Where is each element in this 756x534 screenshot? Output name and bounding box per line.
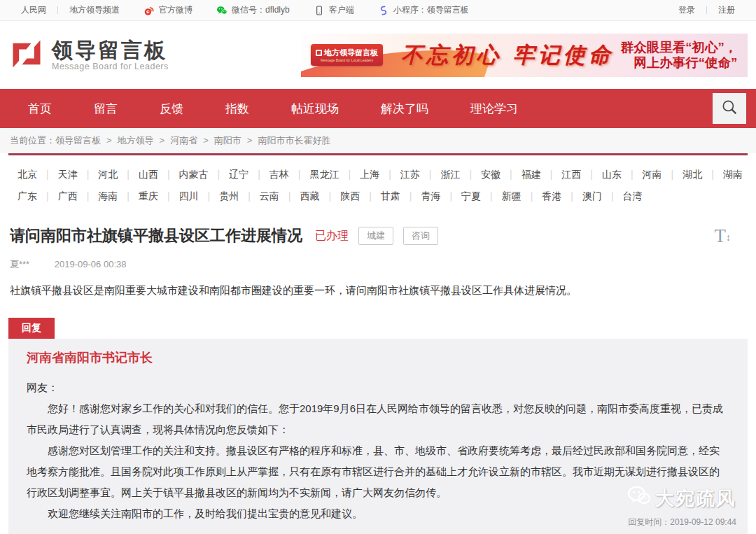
reply-responder: 河南省南阳市书记市长 [27,349,729,366]
watermark: 大宛疏风 回复时间：2019-09-12 09:44 [627,484,736,528]
province-link[interactable]: 安徽 [460,169,500,181]
province-link[interactable]: 贵州 [199,190,239,203]
breadcrumb-list: 领导留言板地方领导河南省南阳市南阳市市长霍好胜 [55,134,330,147]
province-link[interactable]: 西藏 [279,190,320,203]
reply-time: 回复时间：2019-09-12 09:44 [627,517,736,528]
breadcrumb-item[interactable]: 南阳市市长霍好胜 [241,134,331,147]
banner-slogan: 群众眼里看“初心”， 网上办事行“使命” [621,40,738,71]
search-button[interactable] [713,93,746,124]
miniprogram-icon [378,5,389,16]
weibo-link[interactable]: 官方微博 [144,4,192,16]
province-link[interactable]: 新疆 [481,190,522,203]
province-link[interactable]: 江西 [541,169,582,181]
province-links: 北京天津河北山西内蒙古辽宁吉林黑龙江上海江苏浙江安徽福建江西山东河南湖北湖南 广… [0,155,756,210]
province-link[interactable]: 宁夏 [440,190,481,203]
province-link[interactable]: 甘肃 [360,190,400,203]
province-link[interactable]: 北京 [18,169,37,181]
province-link[interactable]: 湖南 [702,169,743,181]
font-size-control[interactable]: T ↕ [715,227,732,244]
post-body: 社旗镇平撤县设区是南阳重要大城市建设和南阳都市圈建设的重要一环，请问南阳市社旗镇… [0,283,756,298]
logo-subtitle: Message Board for Leaders [52,62,169,71]
divider [706,6,707,14]
top-utility-bar: 人民网 地方领导频道 官方微博 微信号：dfldlyb 客户端 小程序：领导留言… [0,0,756,21]
banner-badge: 地方领导留言板 Message Board for Local Leaders [311,44,383,66]
site-logo[interactable]: 领导留言板 Message Board for Leaders [8,36,169,75]
weibo-label: 官方微博 [159,4,192,16]
main-nav: 首页留言反馈指数帖近现场解决了吗理论学习 [0,89,756,128]
nav-list: 首页留言反馈指数帖近现场解决了吗理论学习 [28,101,560,117]
nav-item[interactable]: 留言 [94,101,118,117]
register-link[interactable]: 注册 [718,4,735,16]
login-link[interactable]: 登录 [678,4,695,16]
logo-title: 领导留言板 [52,39,169,62]
client-label: 客户端 [329,4,354,16]
post-tag-list: 城建咨询 [349,227,438,245]
province-link[interactable]: 云南 [239,190,279,203]
breadcrumb-item[interactable]: 领导留言板 [55,134,101,147]
post-tag[interactable]: 咨询 [403,227,438,245]
nav-item[interactable]: 解决了吗 [381,101,428,117]
reply-paragraph: 感谢您对区划管理工作的关注和支持。撤县设区有严格的程序和标准，县、市、地级市、省… [27,440,729,503]
client-app-link[interactable]: 客户端 [314,4,354,16]
province-link[interactable]: 青海 [400,190,441,203]
banner-calligraphy: 不忘初心 牢记使命 [401,41,614,70]
nav-item[interactable]: 首页 [28,101,52,117]
weibo-icon [144,5,155,16]
reply-section: 回复 河南省南阳市书记市长 网友： 您好！感谢您对家乡工作的关心和对我们的信任。… [8,318,748,534]
campaign-banner[interactable]: 地方领导留言板 Message Board for Local Leaders … [301,34,748,77]
province-link[interactable]: 香港 [522,190,562,203]
breadcrumb-item[interactable]: 南阳市 [197,134,241,147]
province-link[interactable]: 湖北 [662,169,703,181]
font-size-arrows-icon: ↕ [726,232,731,244]
province-link[interactable]: 河南 [622,169,662,181]
reply-body: 您好！感谢您对家乡工作的关心和对我们的信任。您于2019年9月6日在人民网给市领… [27,398,729,524]
divider [57,6,58,14]
post-meta: 夏*** 2019-09-06 00:38 [0,258,756,271]
nav-item[interactable]: 理论学习 [470,101,518,117]
post-tag[interactable]: 城建 [358,227,393,245]
province-link[interactable]: 福建 [500,169,541,181]
province-link[interactable]: 山西 [118,169,158,181]
site-header: 领导留言板 Message Board for Leaders 地方领导留言板 … [0,21,756,89]
watermark-text: 大宛疏风 [655,486,736,511]
miniprogram-link[interactable]: 小程序：领导留言板 [378,4,469,16]
banner-badge-title: 地方领导留言板 [324,48,378,58]
province-link[interactable]: 广东 [18,190,37,203]
province-link[interactable]: 陕西 [319,190,360,203]
province-link[interactable]: 江苏 [379,169,420,181]
logo-icon [8,36,45,75]
reply-salutation: 网友： [27,377,729,398]
local-leaders-channel-link[interactable]: 地方领导频道 [69,4,120,16]
post-date: 2019-09-06 00:38 [55,259,127,269]
province-link[interactable]: 上海 [339,169,379,181]
province-link[interactable]: 黑龙江 [289,169,340,181]
breadcrumb-item[interactable]: 地方领导 [101,134,154,147]
province-link[interactable]: 河北 [78,169,118,181]
miniprogram-label: 小程序：领导留言板 [393,4,469,16]
province-row-2: 广东广西海南重庆四川贵州云南西藏陕西甘肃青海宁夏新疆香港澳门台湾 [18,185,756,207]
province-link[interactable]: 浙江 [420,169,461,181]
province-link[interactable]: 广西 [37,190,78,203]
province-link[interactable]: 辽宁 [209,169,249,181]
province-link[interactable]: 吉林 [248,169,289,181]
nav-item[interactable]: 帖近现场 [291,101,339,117]
nav-item[interactable]: 指数 [225,101,249,117]
province-row-1: 北京天津河北山西内蒙古辽宁吉林黑龙江上海江苏浙江安徽福建江西山东河南湖北湖南 [18,164,756,185]
province-link[interactable]: 四川 [158,190,199,203]
province-link[interactable]: 海南 [78,190,118,203]
peoples-daily-link[interactable]: 人民网 [21,4,46,16]
province-link[interactable]: 台湾 [602,190,643,203]
nav-item[interactable]: 反馈 [160,101,183,117]
province-link[interactable]: 内蒙古 [158,169,209,181]
breadcrumb-label: 当前位置： [10,134,55,147]
reply-tab: 回复 [8,318,55,339]
banner-badge-subtitle: Message Board for Local Leaders [316,58,378,62]
province-link[interactable]: 澳门 [561,190,602,203]
province-link[interactable]: 重庆 [118,190,158,203]
province-link[interactable]: 山东 [581,169,622,181]
reply-paragraph: 您好！感谢您对家乡工作的关心和对我们的信任。您于2019年9月6日在人民网给市领… [27,398,729,440]
province-link[interactable]: 天津 [37,169,78,181]
wechat-link[interactable]: 微信号：dfldlyb [216,4,290,16]
breadcrumb-item[interactable]: 河南省 [154,134,198,147]
wechat-label: 微信号：dfldlyb [232,4,290,16]
